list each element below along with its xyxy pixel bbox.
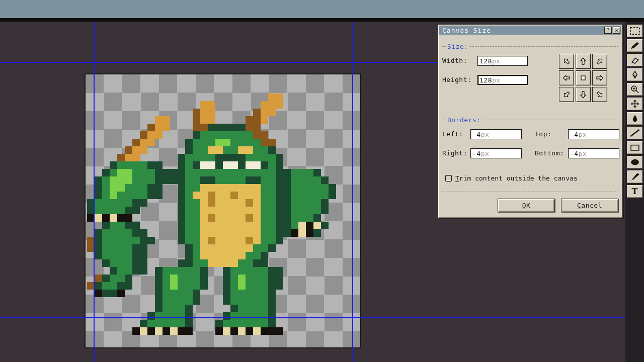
brush-icon <box>629 172 640 181</box>
tool-pencil-button[interactable] <box>626 39 643 52</box>
left-value: -4 <box>472 131 481 138</box>
right-unit: px <box>481 150 490 157</box>
text-tool-icon: T <box>632 188 638 196</box>
arrow-n-icon <box>579 57 588 66</box>
anchor-sw-button[interactable] <box>559 87 574 102</box>
separator-dash <box>482 120 618 120</box>
rectangle-icon <box>629 143 640 152</box>
height-input[interactable]: 128 px <box>477 75 528 85</box>
anchor-w-button[interactable] <box>559 70 574 85</box>
right-value: -4 <box>472 150 481 157</box>
anchor-nw-button[interactable] <box>559 54 574 69</box>
eraser-icon <box>629 56 640 64</box>
width-label: Width: <box>442 56 467 66</box>
help-button[interactable]: ? <box>604 27 612 34</box>
size-section-header: Size: <box>442 43 618 50</box>
size-section-label: Size: <box>447 43 468 50</box>
height-value: 128 <box>479 76 492 84</box>
guide-vertical[interactable] <box>352 22 353 362</box>
borders-section-label: Borders: <box>447 116 481 124</box>
tool-text-button[interactable]: T <box>626 185 643 198</box>
trim-checkbox-label: Trim content outside the canvas <box>455 174 578 182</box>
anchor-se-button[interactable] <box>592 87 607 102</box>
tool-zoom-button[interactable] <box>626 82 643 96</box>
width-value: 128 <box>479 57 492 65</box>
trim-checkbox[interactable] <box>445 175 452 182</box>
anchor-ne-button[interactable] <box>592 54 607 69</box>
bottom-value: -4 <box>570 150 579 157</box>
anchor-s-button[interactable] <box>576 87 591 102</box>
width-input[interactable]: 128 px <box>477 56 528 66</box>
tool-eraser-button[interactable] <box>626 53 643 67</box>
tool-palette: T <box>625 22 644 362</box>
separator-dash <box>442 120 446 120</box>
left-unit: px <box>481 131 490 138</box>
height-label: Height: <box>442 75 471 85</box>
bottom-unit: px <box>579 150 587 157</box>
left-input[interactable]: -4 px <box>470 129 522 139</box>
tool-move-button[interactable] <box>626 97 643 111</box>
arrow-sw-icon <box>560 88 573 101</box>
tool-select-button[interactable] <box>626 24 643 38</box>
ellipse-icon <box>629 158 640 166</box>
top-unit: px <box>579 131 587 138</box>
guide-horizontal[interactable] <box>0 317 625 318</box>
menu-bar <box>0 0 644 18</box>
left-label: Left: <box>442 129 463 139</box>
ink-drop-icon <box>629 114 640 123</box>
right-input[interactable]: -4 px <box>470 148 522 158</box>
arrow-se-icon <box>593 88 606 101</box>
anchor-center-button[interactable] <box>576 70 591 85</box>
width-unit: px <box>492 57 501 65</box>
tool-brush-button[interactable] <box>626 170 643 184</box>
pen-icon <box>629 70 640 79</box>
sprite-canvas <box>86 74 360 347</box>
tool-line-button[interactable] <box>626 126 643 140</box>
separator-dash <box>470 46 618 47</box>
tool-ellipse-button[interactable] <box>626 155 643 169</box>
selection-icon <box>629 27 640 35</box>
close-button[interactable]: × <box>613 27 620 34</box>
arrow-w-icon <box>562 73 571 82</box>
dialog-title-bar[interactable]: Canvas Size ? × <box>439 26 621 35</box>
separator-dash <box>442 46 446 47</box>
tool-pen-button[interactable] <box>626 68 643 81</box>
cancel-button[interactable]: Cancel <box>561 199 618 212</box>
arrow-s-icon <box>579 90 588 99</box>
line-icon <box>629 129 640 137</box>
anchor-n-button[interactable] <box>576 54 591 69</box>
separator-line <box>442 192 618 192</box>
trim-checkbox-row: Trim content outside the canvas <box>445 174 578 182</box>
canvas-size-dialog: Canvas Size ? × Size: Width: 128 px Heig… <box>438 24 623 218</box>
arrow-nw-icon <box>560 55 573 67</box>
top-value: -4 <box>570 131 579 138</box>
square-icon <box>579 73 588 82</box>
drawing-canvas[interactable] <box>85 73 361 348</box>
height-unit: px <box>492 76 501 84</box>
magnifier-icon <box>629 85 640 94</box>
bottom-input[interactable]: -4 px <box>568 148 619 158</box>
bottom-label: Bottom: <box>535 148 564 158</box>
right-label: Right: <box>442 148 467 158</box>
top-label: Top: <box>535 129 551 139</box>
pencil-icon <box>629 41 640 50</box>
tool-ink-button[interactable] <box>626 112 643 125</box>
move-icon <box>629 100 640 108</box>
ok-button[interactable]: OK <box>498 199 555 212</box>
tool-rectangle-button[interactable] <box>626 141 643 154</box>
arrow-ne-icon <box>593 55 606 67</box>
menu-bar-divider <box>0 18 644 22</box>
guide-vertical[interactable] <box>94 22 95 362</box>
top-input[interactable]: -4 px <box>568 129 619 139</box>
arrow-e-icon <box>595 73 604 82</box>
borders-section-header: Borders: <box>442 116 618 123</box>
anchor-pad <box>559 54 607 102</box>
anchor-e-button[interactable] <box>592 70 607 85</box>
dialog-title: Canvas Size <box>442 27 491 34</box>
